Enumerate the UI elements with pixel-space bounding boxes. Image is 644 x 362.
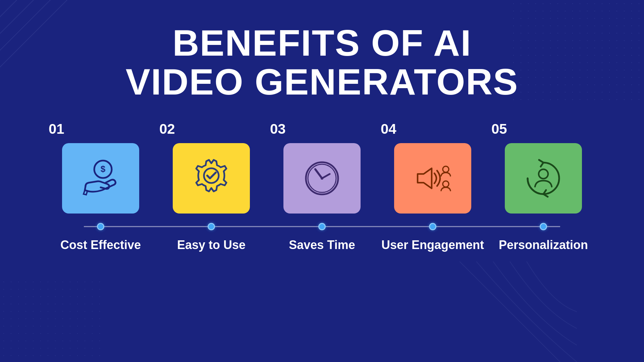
cards-row: 01 $ 02 [45,121,599,214]
svg-line-5 [315,169,322,178]
card-personalization [505,143,582,214]
card-user-engagement [394,143,471,214]
svg-point-8 [443,166,449,172]
timeline-dot-5 [540,223,547,230]
benefit-number-3: 03 [267,121,286,137]
benefit-number-4: 04 [377,121,396,137]
benefit-number-5: 05 [488,121,507,137]
clock-icon [300,157,344,200]
benefits-section: 01 $ 02 [34,121,610,342]
timeline-dot-1-wrapper [45,223,156,230]
user-cycle-icon [522,157,565,200]
benefit-item-1: 01 $ [45,121,156,214]
money-hand-icon: $ [79,157,122,200]
svg-text:$: $ [101,164,106,174]
labels-row: Cost Effective Easy to Use Saves Time Us… [45,238,599,252]
timeline-dot-2-wrapper [156,223,267,230]
card-saves-time [283,143,361,214]
main-title: BENEFITS OF AI VIDEO GENERATORS [126,23,519,101]
svg-point-10 [539,169,548,179]
benefit-item-3: 03 [267,121,377,214]
timeline-row [45,223,599,230]
label-easy-to-use: Easy to Use [156,238,267,252]
title-line2: VIDEO GENERATORS [126,61,519,102]
gear-check-icon [190,157,233,200]
megaphone-users-icon [411,157,454,200]
label-saves-time: Saves Time [267,238,377,252]
label-cost-effective: Cost Effective [45,238,156,252]
svg-point-9 [443,181,449,187]
timeline-dot-3 [318,223,326,230]
benefit-number-1: 01 [45,121,64,137]
timeline-dot-4 [429,223,436,230]
timeline-dot-5-wrapper [488,223,599,230]
benefit-item-4: 04 [377,121,488,214]
timeline-dot-3-wrapper [267,223,377,230]
svg-point-7 [321,177,323,180]
card-cost-effective: $ [62,143,139,214]
label-user-engagement: User Engagement [377,238,488,252]
timeline-dot-4-wrapper [377,223,488,230]
label-personalization: Personalization [488,238,599,252]
benefit-item-2: 02 [156,121,267,214]
benefit-number-2: 02 [156,121,175,137]
page-container: BENEFITS OF AI VIDEO GENERATORS 01 $ [0,0,644,362]
benefit-item-5: 05 [488,121,599,214]
card-easy-to-use [173,143,250,214]
timeline-dot-1 [97,223,104,230]
timeline-dot-2 [208,223,215,230]
title-line1: BENEFITS OF AI [172,22,472,63]
